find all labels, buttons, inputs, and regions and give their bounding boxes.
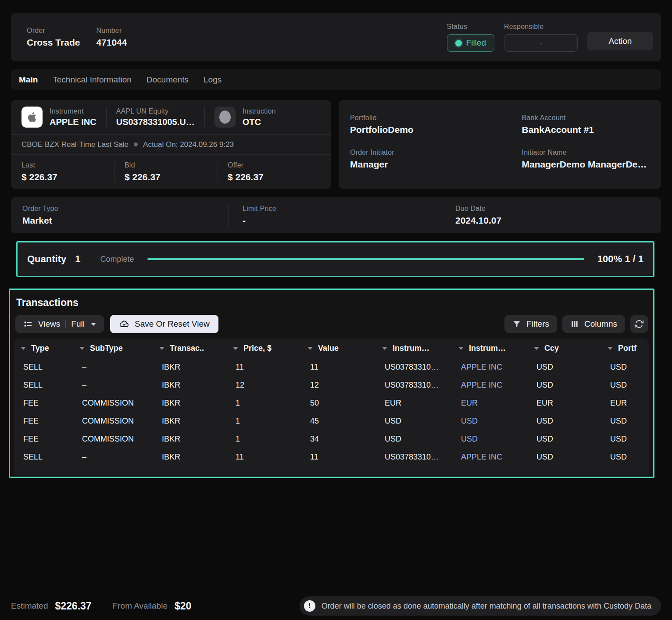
divider bbox=[114, 162, 115, 182]
tab-bar: Main Technical Information Documents Log… bbox=[11, 69, 661, 90]
table-row[interactable]: FEECOMMISSIONIBKR145USDUSDUSDUSD bbox=[14, 412, 649, 430]
table-cell: US03783310… bbox=[376, 453, 452, 462]
cloud-check-icon bbox=[119, 319, 129, 329]
instrument-link-cell[interactable]: USD bbox=[452, 435, 528, 444]
status-label: Status bbox=[447, 23, 494, 31]
table-row[interactable]: FEECOMMISSIONIBKR134USDUSDUSDUSD bbox=[14, 430, 649, 448]
chevron-down-icon bbox=[91, 323, 96, 326]
table-cell: USD bbox=[601, 381, 649, 390]
column-header-value[interactable]: Value bbox=[301, 344, 376, 353]
table-cell: 1 bbox=[227, 399, 301, 408]
table-cell: 34 bbox=[301, 435, 376, 444]
table-cell: EUR bbox=[601, 399, 649, 408]
column-header-transac-[interactable]: Transac.. bbox=[153, 344, 227, 353]
table-cell: US03783310… bbox=[376, 363, 452, 372]
table-row[interactable]: SELL–IBKR1111US03783310…APPLE INCUSDUSD bbox=[14, 358, 649, 376]
filters-button[interactable]: Filters bbox=[504, 315, 557, 333]
table-cell: USD bbox=[528, 417, 601, 426]
responsible-input[interactable] bbox=[504, 34, 578, 52]
sort-caret-icon[interactable] bbox=[534, 347, 539, 350]
divider bbox=[218, 162, 218, 182]
tab-main[interactable]: Main bbox=[19, 75, 38, 85]
column-header-subtype[interactable]: SubType bbox=[73, 344, 153, 353]
instrument-link-cell[interactable]: APPLE INC bbox=[452, 453, 528, 462]
table-cell: USD bbox=[601, 453, 649, 462]
sort-caret-icon[interactable] bbox=[382, 347, 387, 350]
quantity-progress-bar: Quantity 1 Complete 100% 1 / 1 bbox=[16, 241, 654, 277]
column-header-type[interactable]: Type bbox=[14, 344, 73, 353]
tab-technical-information[interactable]: Technical Information bbox=[53, 75, 132, 85]
table-header-row: TypeSubTypeTransac..Price, $ValueInstrum… bbox=[14, 339, 649, 358]
columns-button[interactable]: Columns bbox=[562, 315, 625, 333]
column-header-instrum-[interactable]: Instrum… bbox=[376, 344, 452, 353]
instrument-card: Instrument APPLE INC AAPL UN Equity US03… bbox=[11, 100, 331, 189]
instrument-link-cell[interactable]: APPLE INC bbox=[452, 363, 528, 372]
action-button[interactable]: Action bbox=[587, 32, 653, 50]
column-label: SubType bbox=[90, 344, 123, 353]
table-row[interactable]: SELL–IBKR1212US03783310…APPLE INCUSDUSD bbox=[14, 376, 649, 394]
table-cell: IBKR bbox=[153, 435, 227, 444]
columns-icon bbox=[570, 320, 579, 328]
quantity-status: Complete bbox=[100, 255, 134, 264]
order-type-label: Order Type bbox=[22, 205, 228, 213]
views-button[interactable]: Views Full bbox=[15, 315, 104, 333]
column-label: Price, $ bbox=[243, 344, 272, 353]
status-value: Filled bbox=[466, 38, 486, 48]
table-cell: IBKR bbox=[153, 363, 227, 372]
save-or-reset-view-button[interactable]: Save Or Reset View bbox=[110, 315, 218, 333]
views-label: Views bbox=[38, 319, 60, 329]
portfolio-label: Portfolio bbox=[350, 114, 377, 121]
estimated-label: Estimated bbox=[11, 601, 48, 611]
status-dot-icon bbox=[455, 40, 462, 46]
order-initiator-label: Order Initiator bbox=[350, 149, 394, 156]
status-group: Status Filled bbox=[447, 23, 494, 52]
table-cell: FEE bbox=[14, 417, 73, 426]
instruction-field: Instruction OTC bbox=[243, 107, 276, 127]
order-settings-row: Order Type Market Limit Price - Due Date… bbox=[11, 197, 661, 233]
sort-caret-icon[interactable] bbox=[608, 347, 613, 350]
tab-documents[interactable]: Documents bbox=[147, 75, 189, 85]
table-cell: IBKR bbox=[153, 381, 227, 390]
column-header-instrum-[interactable]: Instrum… bbox=[452, 344, 528, 353]
quote-last: Last $ 226.37 bbox=[21, 161, 114, 182]
filters-label: Filters bbox=[526, 319, 549, 329]
tab-logs[interactable]: Logs bbox=[204, 75, 222, 85]
order-initiator-field: Order Initiator Manager bbox=[350, 146, 506, 181]
table-cell: COMMISSION bbox=[73, 399, 153, 408]
initiator-name-value: ManagerDemo ManagerDe… bbox=[522, 159, 661, 170]
responsible-label: Responsible bbox=[504, 23, 578, 31]
columns-label: Columns bbox=[584, 319, 617, 329]
table-row[interactable]: FEECOMMISSIONIBKR150EUREUREUREUR bbox=[14, 394, 649, 412]
column-header-portf[interactable]: Portf bbox=[601, 344, 649, 353]
sort-caret-icon[interactable] bbox=[307, 347, 313, 350]
column-header-ccy[interactable]: Ccy bbox=[528, 344, 601, 353]
sort-caret-icon[interactable] bbox=[21, 347, 26, 350]
sort-caret-icon[interactable] bbox=[233, 347, 238, 350]
table-body: SELL–IBKR1111US03783310…APPLE INCUSDUSDS… bbox=[14, 358, 649, 466]
column-label: Ccy bbox=[544, 344, 559, 353]
column-header-price-[interactable]: Price, $ bbox=[227, 344, 301, 353]
limit-price-label: Limit Price bbox=[243, 205, 441, 213]
table-cell: – bbox=[73, 453, 153, 462]
instrument-link-cell[interactable]: APPLE INC bbox=[452, 381, 528, 390]
bid-label: Bid bbox=[125, 161, 218, 169]
table-cell: 11 bbox=[301, 363, 376, 372]
from-available-value: $20 bbox=[175, 600, 191, 612]
sort-caret-icon[interactable] bbox=[159, 347, 164, 350]
table-row[interactable]: SELL–IBKR1111US03783310…APPLE INCUSDUSD bbox=[14, 448, 649, 466]
due-date-label: Due Date bbox=[455, 205, 661, 213]
table-cell: IBKR bbox=[153, 399, 227, 408]
table-cell: USD bbox=[528, 435, 601, 444]
refresh-icon bbox=[634, 319, 644, 329]
instrument-link-cell[interactable]: USD bbox=[452, 417, 528, 426]
quantity-label: Quantity bbox=[27, 253, 66, 265]
refresh-button[interactable] bbox=[630, 315, 648, 333]
offer-label: Offer bbox=[228, 161, 321, 169]
table-cell: US03783310… bbox=[376, 381, 452, 390]
sort-caret-icon[interactable] bbox=[458, 347, 464, 350]
instrument-link-cell[interactable]: EUR bbox=[452, 399, 528, 408]
sort-caret-icon[interactable] bbox=[79, 347, 85, 350]
table-cell: USD bbox=[528, 381, 601, 390]
order-value: Cross Trade bbox=[27, 37, 80, 48]
table-cell: 45 bbox=[301, 417, 376, 426]
